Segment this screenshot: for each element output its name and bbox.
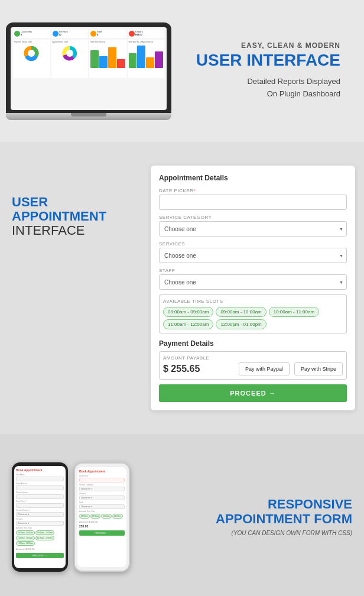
laptop-screen: Customers8 Services12 Staff4: [11, 27, 167, 110]
date-picker-group: DATE PICKER*: [159, 188, 347, 210]
section-appointment: USER APPOINTMENT INTERFACE Appointment D…: [0, 142, 364, 434]
staff-label: STAFF: [159, 268, 347, 273]
staff-appt-title: Staff Wise No. of Appointments: [129, 41, 164, 43]
mini-chart-staff-bar: Staff Wise Serving: [89, 40, 126, 78]
date-picker-input[interactable]: [159, 195, 347, 210]
responsive-subtitle: (YOU CAN DESIGN OWN FORM WITH CSS): [142, 530, 352, 536]
phone-proceed-1: PROCEED →: [16, 553, 64, 558]
responsive-title-1: RESPONSIVE: [142, 497, 352, 511]
phone-screen-1: Book Appointment First Name Email Addres…: [14, 466, 66, 568]
services-select-wrapper: Choose one: [159, 248, 347, 263]
laptop-body: Customers8 Services12 Staff4: [6, 22, 171, 113]
form-main-title: Appointment Details: [159, 174, 347, 182]
service-category-select[interactable]: Choose one: [159, 221, 347, 237]
services-group: SERVICES Choose one: [159, 241, 347, 263]
time-slots-label: AVAILABLE TIME SLOTS: [163, 299, 343, 304]
pay-paypal-button[interactable]: Pay with Paypal: [239, 362, 290, 375]
time-slot-2[interactable]: 10:00am - 11:00am: [269, 307, 319, 317]
ui-subtitle: Detailed Reports Displayed On Plugin Das…: [183, 76, 340, 101]
amount-number: 255.65: [171, 364, 200, 374]
service-category-label: SERVICE CATEGORY: [159, 215, 347, 220]
amount-row: $ 255.65 Pay with Paypal Pay with Stripe: [163, 362, 343, 375]
service-category-group: SERVICE CATEGORY Choose one: [159, 215, 347, 237]
responsive-title-2: APPOINTMENT FORM: [142, 512, 352, 526]
payment-chart-title: Payment Details Chart: [14, 41, 49, 43]
phone-mockup-2: Book Appointment Date Picker * Service C…: [74, 462, 130, 572]
mini-chart-appointments: Appointments Chart: [51, 40, 89, 78]
appointment-title-line2: INTERFACE: [12, 224, 142, 238]
amount-label: AMOUNT PAYABLE: [163, 355, 343, 361]
staff-select-wrapper: Choose one: [159, 274, 347, 290]
time-slot-0[interactable]: 08:00am - 09:00am: [163, 307, 213, 317]
appointment-left-text: USER APPOINTMENT INTERFACE: [12, 160, 142, 238]
section-responsive: Book Appointment First Name Email Addres…: [0, 434, 364, 596]
responsive-text-area: RESPONSIVE APPOINTMENT FORM (YOU CAN DES…: [136, 497, 352, 536]
mini-stats-row: Customers8 Services12 Staff4: [13, 30, 164, 38]
svg-point-1: [28, 50, 35, 57]
payment-section: Payment Details AMOUNT PAYABLE $ 255.65 …: [159, 339, 347, 402]
payment-pie-chart: [22, 44, 40, 62]
date-picker-label: DATE PICKER*: [159, 188, 347, 193]
staff-group: STAFF Choose one: [159, 268, 347, 290]
proceed-button[interactable]: PROCEED →: [159, 384, 347, 402]
customers-label: Customers8: [21, 31, 32, 37]
time-slot-4[interactable]: 12:00pm - 01:00pm: [216, 319, 266, 329]
bar-4: [117, 59, 125, 68]
bar-2: [99, 56, 108, 68]
mini-stat-staff: Staff4: [89, 30, 126, 38]
phone-form-title-2: Book Appointment: [79, 469, 125, 473]
time-slot-1[interactable]: 09:00am - 10:00am: [216, 307, 266, 317]
mini-dashboard: Customers8 Services12 Staff4: [11, 27, 167, 110]
staff-select[interactable]: Choose one: [159, 274, 347, 290]
services-label: SERVICES: [159, 241, 347, 247]
amount-symbol: $: [163, 364, 168, 374]
payment-amount-box: AMOUNT PAYABLE $ 255.65 Pay with Paypal …: [159, 351, 347, 380]
amount-value: $ 255.65: [163, 364, 234, 374]
staff-bar-row: [90, 44, 125, 68]
ui-text-area: EASY, CLEAN & MODERN USER INTERFACE Deta…: [177, 30, 352, 112]
appointment-form-area: Appointment Details DATE PICKER* SERVICE…: [142, 160, 364, 416]
appt-bar-2: [137, 46, 145, 68]
mini-stat-services: Services12: [51, 30, 89, 38]
laptop-wrapper: Customers8 Services12 Staff4: [6, 22, 171, 120]
customers-icon: [14, 31, 20, 37]
mini-stat-collections: Today's$48.00: [128, 30, 165, 38]
services-label: Services12: [59, 31, 68, 37]
phone-form-2: Book Appointment Date Picker * Service C…: [79, 469, 125, 536]
svg-point-3: [66, 50, 73, 57]
time-slots-group: AVAILABLE TIME SLOTS 08:00am - 09:00am 0…: [159, 294, 347, 333]
payment-title: Payment Details: [159, 339, 347, 348]
laptop-base: [6, 113, 171, 120]
staff-appt-bar-row: [129, 44, 164, 68]
pay-stripe-button[interactable]: Pay with Stripe: [294, 362, 343, 375]
phone-mockup-1: Book Appointment First Name Email Addres…: [12, 462, 68, 572]
easy-clean-label: EASY, CLEAN & MODERN: [183, 41, 340, 50]
staff-label: Staff4: [97, 31, 102, 37]
phone-proceed-2: PROCEED →: [79, 530, 125, 536]
mini-chart-payment: Payment Details Chart: [13, 40, 50, 78]
appointments-chart-title: Appointments Chart: [53, 41, 87, 43]
services-select[interactable]: Choose one: [159, 248, 347, 263]
time-slot-3[interactable]: 11:00am - 12:00am: [163, 319, 213, 329]
mini-charts-row: Payment Details Chart: [13, 40, 164, 78]
appt-bar-3: [146, 57, 154, 68]
phone-form-title-1: Book Appointment: [16, 468, 64, 472]
collections-label: Today's$48.00: [135, 31, 143, 37]
collections-icon: [129, 31, 135, 37]
staff-bar-title: Staff Wise Serving: [90, 41, 125, 43]
section-user-interface: Customers8 Services12 Staff4: [0, 0, 364, 142]
user-interface-title: USER INTERFACE: [183, 52, 340, 69]
time-slots-row: 08:00am - 09:00am 09:00am - 10:00am 10:0…: [163, 307, 343, 329]
staff-icon: [90, 31, 96, 37]
appointments-pie-chart: [61, 44, 79, 62]
bar-1: [90, 50, 99, 68]
service-category-select-wrapper: Choose one: [159, 221, 347, 237]
subtitle-line2: On Plugin Dashboard: [267, 89, 340, 98]
phone-screen-2: Book Appointment Date Picker * Service C…: [77, 467, 126, 567]
services-icon: [53, 31, 58, 37]
bar-3: [108, 47, 116, 68]
appt-bar-4: [155, 51, 163, 68]
laptop-mockup-area: Customers8 Services12 Staff4: [0, 17, 177, 126]
mini-stat-customers: Customers8: [13, 30, 50, 38]
mini-chart-staff-appt: Staff Wise No. of Appointments: [128, 40, 165, 78]
